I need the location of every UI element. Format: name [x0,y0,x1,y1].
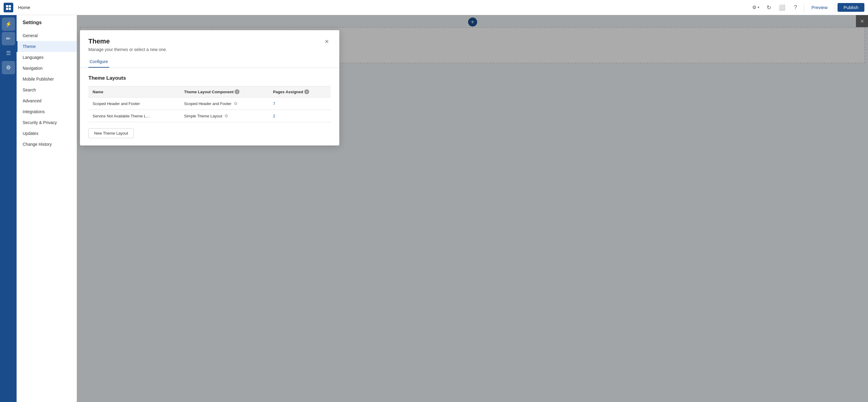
topbar-divider [804,3,804,12]
sidebar-edit-button[interactable]: ✏ [2,32,15,45]
row-name-1: Scoped Header and Footer [88,97,180,110]
row-component-gear-icon-1[interactable]: ⚙ [234,101,238,106]
sidebar-item-navigation[interactable]: Navigation [17,63,76,74]
table-row: Scoped Header and Footer Scoped Header a… [88,97,331,110]
pages-link-2[interactable]: 2 [273,114,275,118]
tab-configure[interactable]: Configure [88,57,109,67]
new-theme-layout-button[interactable]: New Theme Layout [88,128,134,138]
component-info-icon: i [235,89,240,94]
icon-sidebar: ⚡ ✏ ☰ ⚙ [0,15,17,402]
sidebar-lightning-button[interactable]: ⚡ [2,18,15,31]
svg-rect-1 [9,5,11,7]
row-pages-2: 2 [269,110,331,122]
settings-sidebar: Settings General Theme Languages Navigat… [17,15,77,402]
modal-subtitle: Manage your themes or select a new one. [88,47,167,52]
svg-rect-0 [6,5,8,7]
row-pages-1: 7 [269,97,331,110]
modal-title: Theme [88,37,167,45]
svg-rect-2 [6,7,8,10]
col-header-component: Theme Layout Component i [180,86,269,97]
main-layout: ⚡ ✏ ☰ ⚙ Settings General Theme Languages… [0,15,868,402]
sidebar-item-security-privacy[interactable]: Security & Privacy [17,117,76,128]
help-icon[interactable]: ? [789,1,801,13]
sidebar-menu-button[interactable]: ☰ [2,47,15,60]
content-area: + ✕ Theme Manage your themes or select a… [77,15,868,402]
modal-close-button[interactable]: ✕ [322,37,331,46]
modal-tabs: Configure [80,57,339,68]
topbar-gear-button[interactable]: ⚙ ▾ [750,3,762,11]
publish-button[interactable]: Publish [838,3,864,12]
theme-settings-modal: Theme Manage your themes or select a new… [80,30,339,145]
preview-button[interactable]: Preview [806,3,832,12]
sidebar-item-change-history[interactable]: Change History [17,139,76,150]
sidebar-item-updates[interactable]: Updates [17,128,76,139]
modal-header-text: Theme Manage your themes or select a new… [88,37,167,52]
row-component-1: Scoped Header and Footer ⚙ [180,97,269,110]
sidebar-item-general[interactable]: General [17,30,76,41]
sidebar-item-search[interactable]: Search [17,85,76,95]
topbar-right-actions: ⬜ ? Preview Publish [776,1,864,13]
topbar: Home ⚙ ▾ ↻ ⬜ ? Preview Publish [0,0,868,15]
sidebar-item-advanced[interactable]: Advanced [17,95,76,106]
menu-icon: ☰ [6,50,11,56]
sidebar-item-languages[interactable]: Languages [17,52,76,63]
modal-body: Theme Layouts Name Theme Layout Componen… [80,68,339,145]
pages-info-icon: i [304,89,309,94]
close-icon: ✕ [324,38,329,45]
gear-icon: ⚙ [752,4,756,10]
theme-layouts-table: Name Theme Layout Component i [88,86,331,122]
edit-icon: ✏ [6,35,10,42]
refresh-button[interactable]: ↻ [764,3,774,12]
gear-chevron-icon: ▾ [757,5,760,9]
row-name-2: Service Not Available Theme L… [88,110,180,122]
settings-sidebar-title: Settings [17,20,76,30]
sidebar-item-mobile-publisher[interactable]: Mobile Publisher [17,74,76,85]
row-component-gear-icon-2[interactable]: ⚙ [224,113,228,118]
lightning-icon: ⚡ [5,21,12,27]
row-component-2: Simple Theme Layout ⚙ [180,110,269,122]
app-logo[interactable] [4,3,13,12]
modal-overlay: Theme Manage your themes or select a new… [77,15,868,402]
settings-gear-icon: ⚙ [6,64,11,71]
sidebar-item-theme[interactable]: Theme [17,41,76,52]
table-row: Service Not Available Theme L… Simple Th… [88,110,331,122]
topbar-title: Home [18,5,747,10]
desktop-preview-icon[interactable]: ⬜ [776,1,788,13]
modal-header: Theme Manage your themes or select a new… [80,30,339,57]
svg-rect-3 [9,7,11,10]
pages-link-1[interactable]: 7 [273,102,275,106]
section-title: Theme Layouts [88,75,331,81]
col-header-name: Name [88,86,180,97]
col-header-pages: Pages Assigned i [269,86,331,97]
sidebar-item-integrations[interactable]: Integrations [17,106,76,117]
sidebar-settings-button[interactable]: ⚙ [2,61,15,74]
